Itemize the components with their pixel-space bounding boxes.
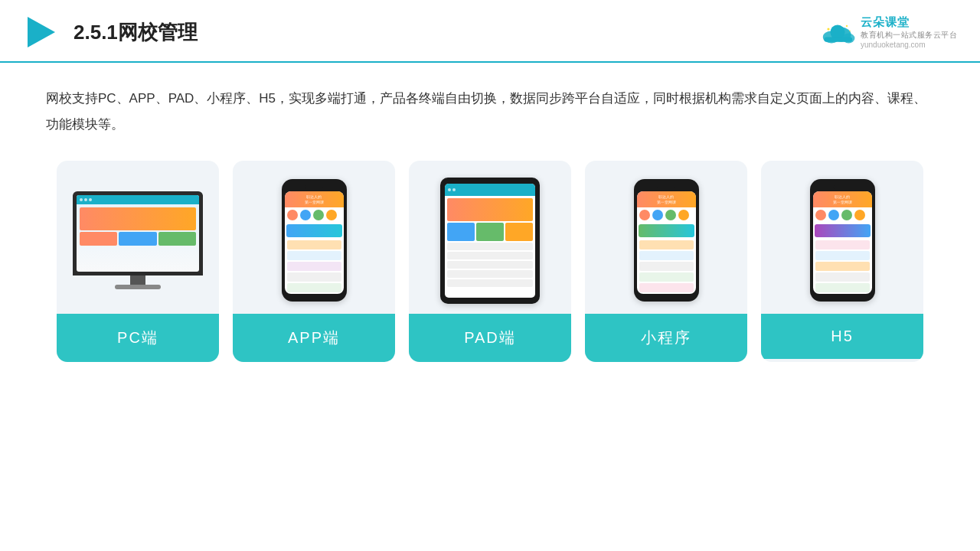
card-label-pc: PC端 (57, 314, 219, 362)
description-text: 网校支持PC、APP、PAD、小程序、H5，实现多端打通，产品各终端自由切换，数… (46, 86, 934, 138)
svg-point-7 (846, 25, 848, 27)
svg-point-6 (827, 28, 829, 30)
phone-mockup-app: 职达人的第一堂网课 (282, 179, 347, 302)
cloud-icon (819, 18, 856, 46)
cloud-logo: 云朵课堂 教育机构一站式服务云平台 yunduoketang.com (819, 15, 957, 49)
card-label-app: APP端 (233, 314, 395, 362)
card-label-miniapp: 小程序 (585, 314, 747, 362)
card-image-h5: 职达人的第一堂网课 (761, 161, 923, 314)
header-right: 云朵课堂 教育机构一站式服务云平台 yunduoketang.com (819, 15, 957, 49)
cloud-name: 云朵课堂 (861, 15, 910, 30)
card-pad: PAD端 (409, 161, 571, 362)
header-left: 2.5.1网校管理 (23, 14, 198, 51)
phone-mockup-miniapp: 职达人的第一堂网课 (634, 179, 699, 302)
card-image-pad (409, 161, 571, 314)
cloud-sub: 教育机构一站式服务云平台 (861, 30, 957, 41)
card-app: 职达人的第一堂网课 (233, 161, 395, 362)
main-body: 网校支持PC、APP、PAD、小程序、H5，实现多端打通，产品各终端自由切换，数… (0, 63, 980, 377)
svg-marker-0 (28, 17, 55, 47)
tablet-mockup (440, 178, 540, 304)
card-h5: 职达人的第一堂网课 (761, 161, 923, 362)
page-title: 2.5.1网校管理 (74, 19, 198, 46)
svg-point-8 (849, 31, 851, 32)
header: 2.5.1网校管理 云朵课堂 教育机构一站式服务云平台 yunduoketang… (0, 0, 980, 63)
card-image-miniapp: 职达人的第一堂网课 (585, 161, 747, 314)
platform-cards: PC端 职达人的第一堂网课 (46, 161, 934, 362)
card-pc: PC端 (57, 161, 219, 362)
card-label-pad: PAD端 (409, 314, 571, 362)
cloud-brand-text: 云朵课堂 教育机构一站式服务云平台 yunduoketang.com (861, 15, 957, 49)
pc-monitor-icon (73, 191, 203, 289)
card-miniapp: 职达人的第一堂网课 (585, 161, 747, 362)
card-image-app: 职达人的第一堂网课 (233, 161, 395, 314)
cloud-url: yunduoketang.com (861, 41, 926, 49)
svg-rect-5 (824, 37, 852, 41)
card-image-pc (57, 161, 219, 314)
phone-mockup-h5: 职达人的第一堂网课 (810, 179, 875, 302)
play-logo-icon (23, 14, 60, 51)
card-label-h5: H5 (761, 314, 923, 359)
